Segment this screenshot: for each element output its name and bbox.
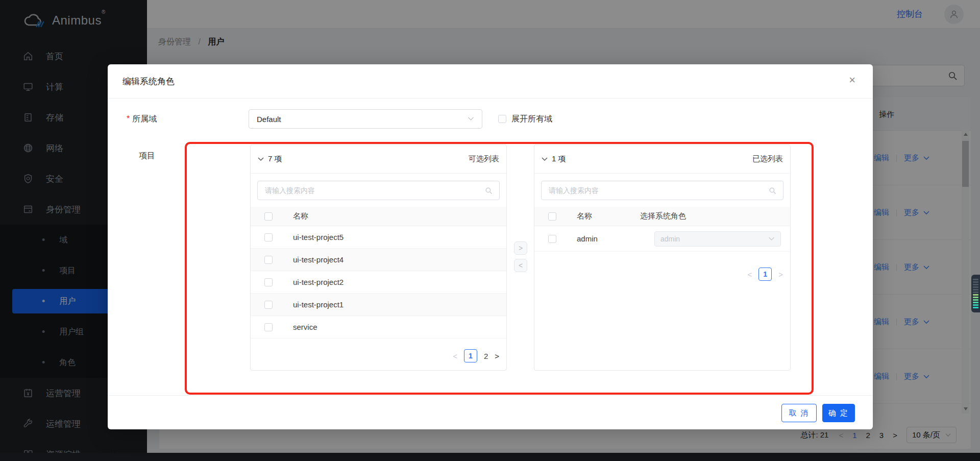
project-row: service xyxy=(251,316,506,338)
panel-search-box xyxy=(541,181,783,200)
checkbox[interactable] xyxy=(264,256,273,264)
prev-page-button[interactable]: < xyxy=(747,270,752,279)
search-input[interactable] xyxy=(542,181,783,200)
modal-title: 编辑系统角色 xyxy=(122,64,175,99)
project-row: ui-test-project5 xyxy=(251,226,506,249)
project-name: ui-test-project4 xyxy=(293,255,344,264)
side-float-widget[interactable] xyxy=(971,275,980,312)
chevron-down-icon xyxy=(468,117,474,121)
checkbox[interactable] xyxy=(264,323,273,331)
modal-header: 编辑系统角色 × xyxy=(108,64,873,99)
transfer-to-right-button[interactable]: > xyxy=(514,241,527,255)
chevron-down-icon xyxy=(768,237,775,241)
project-name: service xyxy=(293,323,317,331)
project-name: ui-test-project5 xyxy=(293,233,344,241)
project-name: ui-test-project2 xyxy=(293,278,344,286)
chevron-down-icon xyxy=(542,157,548,161)
project-row: ui-test-project2 xyxy=(251,271,506,294)
name-column-header: 名称 xyxy=(577,211,592,221)
confirm-button[interactable]: 确 定 xyxy=(822,404,855,422)
modal-footer: 取 消 确 定 xyxy=(108,395,873,429)
domain-select-value: Default xyxy=(257,115,281,124)
panel-count[interactable]: 1 项 xyxy=(542,154,566,164)
required-asterisk: * xyxy=(127,114,130,124)
selected-project-row: admin admin xyxy=(534,226,790,252)
role-column-header: 选择系统角色 xyxy=(640,211,686,221)
chevron-down-icon xyxy=(258,157,264,161)
system-role-select-disabled[interactable]: admin xyxy=(654,231,781,247)
panel-header: 1 项 已选列表 xyxy=(534,145,790,174)
checkbox[interactable] xyxy=(264,301,273,309)
next-page-button[interactable]: > xyxy=(778,270,783,279)
search-input[interactable] xyxy=(258,181,499,200)
panel-search-box xyxy=(257,181,500,200)
search-icon xyxy=(485,187,493,195)
project-row: ui-test-project1 xyxy=(251,294,506,316)
transfer-to-left-button[interactable]: < xyxy=(514,259,527,272)
expand-all-domains-checkbox[interactable]: 展开所有域 xyxy=(498,109,552,129)
page-2-button[interactable]: 2 xyxy=(484,352,488,360)
role-select-value: admin xyxy=(660,235,680,243)
project-name: admin xyxy=(577,234,598,243)
panel-pagination: < 1 2 > xyxy=(453,349,499,362)
domain-select[interactable]: Default xyxy=(249,109,482,129)
prev-page-button[interactable]: < xyxy=(453,352,457,360)
name-column-header: 名称 xyxy=(293,211,308,221)
available-projects-panel: 7 项 可选列表 名称 ui-test-project5 ui-test-pro… xyxy=(250,144,507,371)
cancel-button[interactable]: 取 消 xyxy=(781,404,817,422)
next-page-button[interactable]: > xyxy=(495,352,499,360)
page-1-button[interactable]: 1 xyxy=(464,349,477,362)
project-field-label: 项目 xyxy=(139,146,155,165)
select-all-checkbox[interactable] xyxy=(548,212,556,221)
page-1-button[interactable]: 1 xyxy=(758,268,772,281)
checkbox-label: 展开所有域 xyxy=(511,114,552,125)
selected-projects-panel: 1 项 已选列表 名称 选择系统角色 admin admin xyxy=(534,144,791,371)
panel-pagination: < 1 > xyxy=(747,268,783,281)
search-icon xyxy=(769,187,776,195)
checkbox[interactable] xyxy=(498,115,506,123)
close-icon[interactable]: × xyxy=(849,75,855,86)
panel-header: 7 项 可选列表 xyxy=(251,145,506,174)
select-all-checkbox[interactable] xyxy=(264,212,273,221)
edit-system-role-modal: 编辑系统角色 × * 所属域 Default 展开所有域 项目 7 项 xyxy=(108,64,873,429)
panel-title: 可选列表 xyxy=(469,154,499,164)
checkbox[interactable] xyxy=(264,233,273,241)
panel-count[interactable]: 7 项 xyxy=(258,154,282,164)
checkbox[interactable] xyxy=(548,235,556,243)
project-name: ui-test-project1 xyxy=(293,300,344,309)
checkbox[interactable] xyxy=(264,278,273,286)
project-row: ui-test-project4 xyxy=(251,249,506,271)
panel-title: 已选列表 xyxy=(752,154,783,164)
screen: Animbus ® 首页 计算 存储 网络 安全 xyxy=(0,0,980,461)
table-header-row: 名称 xyxy=(251,207,506,226)
table-header-row: 名称 选择系统角色 xyxy=(534,207,790,226)
domain-field-label: * 所属域 xyxy=(127,109,157,129)
